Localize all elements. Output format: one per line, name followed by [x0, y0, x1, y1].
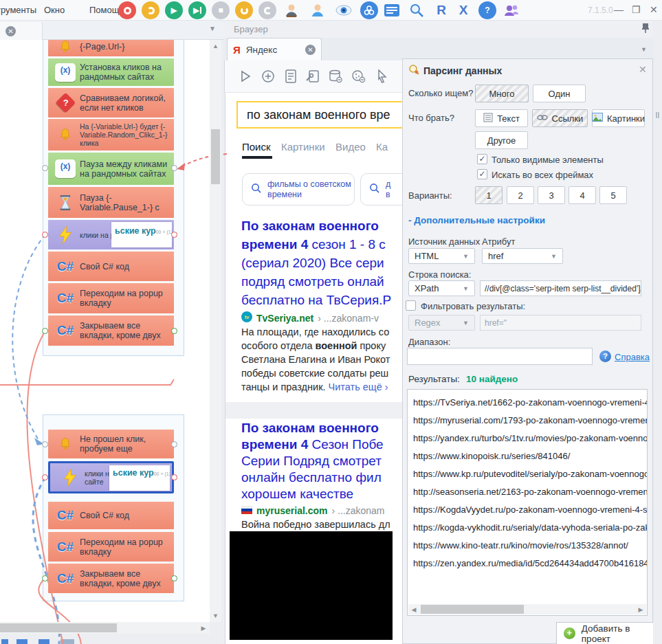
suggest-chip[interactable]: дв [360, 173, 402, 206]
result-title-line[interactable]: Серии Подряд смотрет [241, 454, 382, 469]
visible-only-checkbox[interactable]: ✓ [477, 154, 487, 164]
query-type-select[interactable]: XPath▼ [408, 280, 475, 296]
parse-result-url[interactable]: https://kogda-vykhodit.ru/serialy/data-v… [408, 519, 647, 537]
listbox-hscrollbar[interactable]: ◀ ▶ [408, 604, 646, 614]
run-icon[interactable] [238, 69, 253, 84]
read-more-link[interactable]: Читать ещё › [329, 381, 388, 392]
result-url[interactable]: tv TvSeriya.net › ...zakonam-v [241, 311, 379, 324]
flow-block[interactable]: C# Закрываем все вкладки, кроме двух [48, 564, 174, 593]
play-icon[interactable]: ▶ [165, 1, 183, 19]
flow-block[interactable]: Не прошел клик, пробуем еще [48, 430, 174, 458]
block-port[interactable] [42, 232, 48, 238]
cursor-icon[interactable] [375, 69, 390, 84]
minimize-icon[interactable]: — [614, 4, 624, 15]
r-tool-icon[interactable]: R [433, 2, 450, 19]
search-icon[interactable] [408, 2, 425, 19]
flow-block[interactable]: C# Переходим на popup вкладку [48, 532, 174, 562]
close-icon[interactable]: ✕ [650, 4, 658, 15]
log-card-icon[interactable] [384, 2, 400, 19]
advanced-settings-toggle[interactable]: - Дополнительные настройки [408, 215, 545, 225]
user-icon[interactable] [309, 2, 326, 19]
x-tool-icon[interactable]: X [455, 2, 472, 19]
stop-icon[interactable]: ■ [212, 1, 230, 19]
block-port[interactable] [171, 165, 177, 171]
text-button[interactable]: Текст [475, 109, 528, 127]
flow-block[interactable]: C# Свой C# код [48, 252, 174, 281]
data-source-select[interactable]: HTML▼ [408, 248, 475, 264]
result-title-line[interactable]: хорошем качестве [241, 487, 353, 502]
parse-result-url[interactable]: http://seasonseria.net/2163-po-zakonam-v… [408, 483, 647, 501]
wrench-page-icon[interactable] [305, 69, 320, 84]
restart-icon[interactable] [142, 1, 159, 19]
chevron-down-icon[interactable]: ▼ [209, 25, 216, 32]
block-port[interactable] [42, 165, 48, 171]
close-tab-icon[interactable]: ✕ [305, 45, 316, 55]
one-button[interactable]: Один [533, 85, 586, 102]
recorder-user-icon[interactable] [283, 2, 300, 19]
result-title-line[interactable]: подряд смотреть онлай [241, 274, 384, 289]
flow-block[interactable]: клики на рандомном сайте ьские кур00 + (… [48, 220, 174, 249]
block-port[interactable] [42, 441, 48, 447]
scroll-right-icon[interactable]: ▶ [637, 605, 645, 614]
parse-result-url[interactable]: https://KogdaVyydet.ru/po-zakonam-voenno… [408, 501, 647, 519]
database-minus-icon[interactable] [328, 69, 343, 84]
parse-result-url[interactable]: https://www.kp.ru/putevoditel/serialy/po… [408, 465, 647, 483]
many-button[interactable]: Много [475, 85, 529, 102]
flow-block[interactable]: На {-Variable.Url-} будет {-Variable.Ran… [48, 119, 174, 151]
block-port[interactable] [42, 328, 48, 334]
variant-button-1[interactable]: 1 [475, 186, 503, 204]
block-port[interactable] [171, 232, 177, 238]
flow-block[interactable]: (x) Пауза между кликами на рандомных сай… [48, 153, 174, 185]
parse-result-url[interactable]: https://www.kinopoisk.ru/series/841046/ [408, 447, 647, 465]
splitter-grip[interactable] [656, 112, 657, 118]
flow-block[interactable]: (x) Установка кликов на рандомных сайтах [48, 58, 174, 86]
results-listbox[interactable]: https://TvSeriya.net/1662-po-zakonam-voe… [407, 389, 648, 616]
scroll-up-icon[interactable]: ▲ [210, 41, 221, 51]
maximize-icon[interactable]: ❐ [632, 4, 641, 15]
flow-block[interactable]: C# Свой C# код [48, 502, 174, 529]
scroll-left-icon[interactable]: ◀ [410, 605, 418, 614]
variant-button-5[interactable]: 5 [599, 186, 627, 204]
taskbar-icon[interactable] [16, 639, 27, 644]
result-title-line[interactable]: (сериал 2020) Все сери [241, 256, 384, 271]
filter-results-checkbox[interactable] [406, 300, 416, 311]
chevron-down-icon[interactable]: ▼ [641, 46, 647, 53]
taskbar-icon[interactable] [1, 639, 8, 644]
links-button[interactable]: Ссылки [532, 109, 588, 127]
result-url[interactable]: myruserial.com › ...zakonam [241, 505, 385, 516]
result-title-line[interactable]: онлайн бесплатно фил [241, 470, 382, 485]
play-to-cursor-icon[interactable]: ▶ [188, 1, 206, 19]
close-tab-icon[interactable]: ✕ [5, 26, 16, 36]
flow-hscrollbar[interactable]: ▶ [0, 622, 210, 634]
help-icon[interactable]: ? [478, 1, 496, 19]
pin-icon[interactable] [641, 23, 650, 36]
block-port[interactable] [171, 474, 177, 480]
all-frames-checkbox[interactable]: ✓ [477, 169, 487, 179]
browser-tab-yandex[interactable]: Я Яндекс ✕ [227, 38, 322, 60]
menu-window[interactable]: Окно [44, 5, 65, 15]
tab-maps[interactable]: Ка [376, 141, 388, 153]
flow-block[interactable]: C# Переходим на popup вкладку [48, 283, 174, 313]
parse-result-url[interactable]: https://www.kino-teatr.ru/kino/movie/ros… [408, 537, 647, 555]
vscroll-thumb[interactable] [211, 129, 220, 184]
result-title-line[interactable]: времени 4 Сезон Побе [241, 437, 384, 452]
block-port[interactable] [171, 328, 177, 334]
help-icon[interactable]: ? [599, 351, 611, 362]
flow-block[interactable]: {-Page.Url-} [48, 37, 174, 56]
tab-images[interactable]: Картинки [281, 141, 325, 153]
images-button[interactable]: Картинки [592, 109, 645, 127]
undo-icon[interactable] [235, 1, 253, 19]
xpath-input[interactable]: //div[@class='serp-item serp-list__divid… [480, 280, 641, 296]
taskbar-icon[interactable] [38, 639, 49, 644]
flow-block[interactable]: ? Сравниваем логикой, если нет кликов [48, 88, 174, 118]
variant-button-4[interactable]: 4 [569, 186, 596, 204]
other-button[interactable]: Другое [475, 131, 528, 149]
flow-block-selected[interactable]: клики на рандомном сайте ьские кур00 + (… [48, 461, 174, 493]
browser-viewport[interactable]: по законам военного вре Поиск Картинки В… [225, 93, 402, 644]
attribute-select[interactable]: href▼ [482, 248, 563, 264]
scroll-down-icon[interactable]: ▼ [210, 611, 221, 621]
result-title-line[interactable]: времени 4 сезон 1 - 8 с [241, 237, 386, 252]
users-icon[interactable] [503, 2, 520, 19]
record-icon[interactable] [118, 1, 136, 19]
flow-tab[interactable]: ✕ [0, 22, 43, 40]
